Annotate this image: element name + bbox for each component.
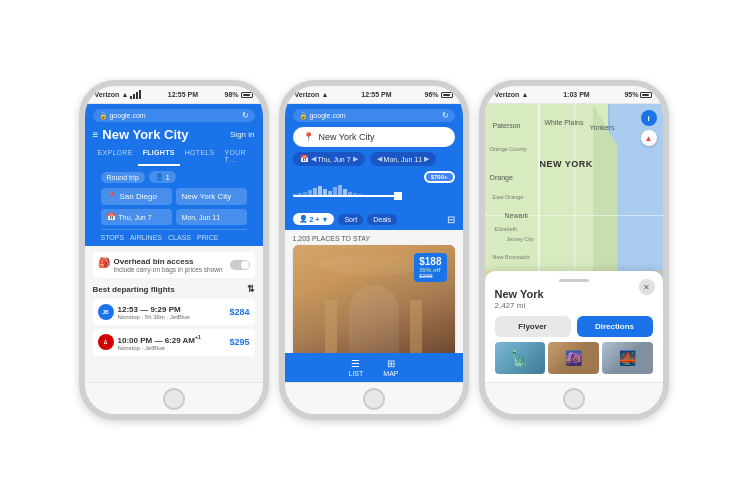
flight-price-2: $295 — [229, 337, 249, 347]
tab-explore[interactable]: EXPLORE — [93, 146, 138, 166]
paterson-label: Paterson — [493, 122, 521, 129]
new-york-label: NEW YORK — [540, 159, 593, 169]
home-button-3[interactable] — [563, 388, 585, 410]
orange-label: Orange — [490, 174, 513, 181]
tab-list[interactable]: ☰ LIST — [349, 358, 364, 377]
url-text-2: 🔒 google.com — [299, 112, 346, 120]
directions-button[interactable]: Directions — [577, 316, 653, 337]
map-icon: ⊞ — [387, 358, 395, 369]
dest-input[interactable]: New York City — [176, 188, 247, 205]
carrier-1: Verizon ▲ — [95, 90, 142, 99]
bag-icon: 🎒 — [98, 257, 110, 268]
time-1: 12:55 PM — [168, 91, 198, 98]
close-button[interactable]: ✕ — [639, 279, 655, 295]
search-city: New York City — [319, 132, 375, 142]
date-chip-1[interactable]: 📅 ◀ Thu, Jun 7 ▶ — [293, 152, 365, 166]
list-icon: ☰ — [351, 358, 360, 369]
url-text-1: 🔒 google.com — [99, 112, 146, 120]
flight-times-1: 12:53 — 9:29 PM — [118, 305, 190, 314]
newark-label: Newark — [505, 212, 529, 219]
overhead-sub: Include carry-on bags in prices shown — [114, 266, 223, 273]
results-count: 1,203 PLACES TO STAY — [285, 230, 463, 245]
date-chip-2[interactable]: ◀ Mon, Jun 11 ▶ — [370, 152, 437, 166]
menu-icon[interactable]: ≡ — [93, 129, 99, 140]
filter-price[interactable]: PRICE — [197, 234, 218, 241]
checkin-date[interactable]: 📅 Thu, Jun 7 — [101, 209, 172, 225]
panel-title: New York — [495, 288, 653, 300]
airline-logo-2: Δ — [98, 334, 114, 350]
filter-stops[interactable]: STOPS — [101, 234, 125, 241]
calendar-icon-2: 📅 — [300, 155, 309, 163]
price-badge: $700+ — [424, 171, 455, 183]
phone-2: Verizon ▲ 12:55 PM 96% 🔒 google.com ↻ 📍 … — [279, 80, 469, 420]
signin-button[interactable]: Sign in — [230, 130, 254, 139]
hotel-card[interactable]: $188 35% off $295 THE MILLENIUM HILTON P… — [293, 245, 455, 353]
elizabeth-label: Elizabeth — [495, 226, 518, 232]
panel-subtitle: 2,427 mi — [495, 301, 653, 310]
map-view[interactable]: NEW YORK Paterson White Plains Yonkers O… — [485, 104, 663, 382]
status-bar-3: Verizon ▲ 1:03 PM 95% — [485, 86, 663, 104]
white-plains-label: White Plains — [545, 119, 584, 126]
filter-icon[interactable]: ⊟ — [447, 214, 455, 225]
filter-class[interactable]: CLASS — [168, 234, 191, 241]
deals-chip[interactable]: Deals — [367, 214, 397, 225]
thumbnail-city[interactable]: 🌆 — [548, 342, 599, 374]
flight-price-1: $284 — [229, 307, 249, 317]
flyover-button[interactable]: Flyover — [495, 316, 571, 337]
location-icon: 📍 — [303, 132, 314, 142]
trip-type-select[interactable]: Round trip — [101, 172, 145, 183]
origin-input[interactable]: 📍 San Diego — [101, 188, 172, 205]
compass-icon[interactable]: ▲ — [641, 130, 657, 146]
tab-hotels[interactable]: HOTELS — [180, 146, 220, 166]
hotel-price-badge: $188 35% off $295 — [414, 253, 446, 282]
tab-more[interactable]: YOUR T… — [220, 146, 255, 166]
flight-row-2[interactable]: Δ 10:00 PM — 6:29 AM+1 Nonstop · JetBlue… — [93, 329, 255, 356]
checkout-date[interactable]: Mon, Jun 11 — [176, 209, 247, 225]
flight-times-2: 10:00 PM — 6:29 AM+1 — [118, 334, 201, 345]
hotel-search-bar[interactable]: 📍 New York City — [293, 127, 455, 147]
guests-chip[interactable]: 👤 2 + ▼ — [293, 213, 335, 225]
city-title: New York City — [102, 127, 188, 142]
refresh-icon-2[interactable]: ↻ — [442, 111, 449, 120]
thumbnail-bridge[interactable]: 🌉 — [602, 342, 653, 374]
overhead-toggle-switch[interactable] — [230, 260, 250, 270]
orange-county-label: Orange County — [490, 146, 527, 152]
hotel-image: $188 35% off $295 — [293, 245, 455, 353]
url-bar-2[interactable]: 🔒 google.com ↻ — [293, 109, 455, 122]
filter-airlines[interactable]: AIRLINES — [130, 234, 162, 241]
home-button-1[interactable] — [163, 388, 185, 410]
sort-chip[interactable]: Sort — [338, 214, 363, 225]
flight-sub-2: Nonstop · JetBlue — [118, 345, 201, 351]
info-panel: ✕ New York 2,427 mi Flyover Directions 🗽… — [485, 271, 663, 382]
status-bar-1: Verizon ▲ 12:55 PM 98% — [85, 86, 263, 104]
tab-map[interactable]: ⊞ MAP — [383, 358, 398, 377]
new-brunswick-label: New Brunswick — [493, 254, 531, 260]
panel-handle[interactable] — [559, 279, 589, 282]
battery-1: 98% — [224, 91, 252, 98]
tab-flights[interactable]: FLIGHTS — [138, 146, 180, 166]
refresh-icon[interactable]: ↻ — [242, 111, 249, 120]
airline-logo-1: JB — [98, 304, 114, 320]
passenger-select[interactable]: 👤 1 — [149, 171, 176, 183]
yonkers-label: Yonkers — [590, 124, 615, 131]
status-bar-2: Verizon ▲ 12:55 PM 96% — [285, 86, 463, 104]
phone-1: Verizon ▲ 12:55 PM 98% 🔒 google.com ↻ — [79, 80, 269, 420]
phone-3: Verizon ▲ 1:03 PM 95% — [479, 80, 669, 420]
section-title: Best departing flights — [93, 285, 175, 294]
overhead-title: Overhead bin access — [114, 257, 223, 266]
overhead-toggle[interactable]: 🎒 Overhead bin access Include carry-on b… — [93, 252, 255, 278]
sort-icon[interactable]: ⇅ — [247, 284, 255, 294]
flight-row-1[interactable]: JB 12:53 — 9:29 PM Nonstop · 5h 36m · Je… — [93, 299, 255, 325]
east-orange-label: East Orange — [493, 194, 524, 200]
map-info-icon[interactable]: i — [641, 110, 657, 126]
home-button-2[interactable] — [363, 388, 385, 410]
url-bar-1[interactable]: 🔒 google.com ↻ — [93, 109, 255, 122]
flight-sub-1: Nonstop · 5h 36m · JetBlue — [118, 314, 190, 320]
thumbnail-statue[interactable]: 🗽 — [495, 342, 546, 374]
jersey-city-label: Jersey City — [507, 236, 534, 242]
